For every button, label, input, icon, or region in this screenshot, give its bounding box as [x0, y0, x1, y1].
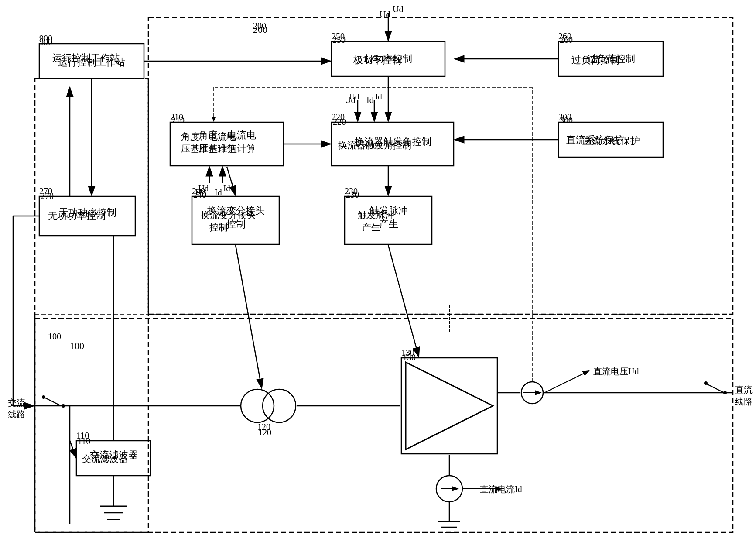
svg-line-89: [544, 371, 589, 393]
svg-line-80: [44, 397, 61, 406]
block-130-number: 130: [403, 353, 416, 363]
block-260-label: 过负荷控制: [560, 52, 663, 66]
block-300-label: 直流系统保护: [560, 134, 663, 148]
region-100-label: 100: [48, 332, 61, 342]
svg-text:Id: Id: [223, 184, 230, 193]
svg-line-86: [707, 384, 724, 393]
svg-point-82: [62, 404, 65, 408]
diagram-container: 200 100 运行控制工作站 900 极功率控制 250 过负荷控制 260 …: [0, 0, 756, 552]
block-120-number: 120: [258, 428, 271, 438]
block-220-label: 换流器触发角控制: [333, 135, 453, 149]
region-200-label: 200: [253, 21, 266, 31]
svg-point-42: [263, 389, 296, 422]
block-110-label: 交流滤波器: [78, 449, 150, 462]
block-230-number: 230: [346, 190, 359, 200]
block-260-number: 260: [560, 35, 573, 45]
dc-current-label: 直流电流Id: [480, 483, 522, 495]
block-900-label: 运行控制工作站: [40, 56, 143, 69]
block-210-label: 角度、电流电压基准值计算: [171, 129, 283, 156]
svg-line-78: [388, 245, 419, 357]
block-110-number: 110: [78, 436, 90, 446]
block-900-number: 900: [39, 37, 52, 47]
dc-line-label: 直流线路: [735, 384, 753, 408]
block-240-label: 换流变分接头控制: [193, 204, 279, 231]
block-270-label: 无功功率控制: [41, 206, 135, 219]
svg-text:Ud: Ud: [393, 4, 403, 14]
svg-rect-5: [35, 319, 733, 532]
ud-top-label: Ud: [380, 10, 390, 20]
svg-text:100: 100: [70, 340, 84, 351]
svg-point-87: [704, 381, 708, 385]
svg-point-41: [241, 389, 274, 422]
svg-line-98: [70, 441, 76, 458]
block-230-label: 触发脉冲产生: [346, 204, 431, 231]
block-250-label: 极功率控制: [332, 52, 444, 66]
svg-rect-44: [401, 358, 497, 454]
dc-voltage-label: 直流电压Ud: [593, 366, 639, 377]
block-210-number: 210: [171, 116, 185, 126]
ac-line-label: 交流线路: [8, 397, 25, 420]
id-220-label: Id: [366, 95, 374, 105]
block-250-number: 250: [332, 35, 346, 45]
svg-point-88: [723, 391, 727, 394]
svg-text:Id: Id: [375, 92, 382, 101]
block-270-number: 270: [41, 191, 54, 201]
ud-210-label: Ud: [195, 188, 206, 198]
ud-220-label: Ud: [345, 95, 355, 105]
svg-point-81: [42, 395, 45, 399]
svg-line-77: [236, 245, 262, 388]
block-300-number: 300: [560, 116, 573, 126]
svg-marker-45: [406, 362, 493, 449]
block-220-number: 220: [333, 117, 346, 127]
id-210-label: Id: [215, 188, 222, 198]
